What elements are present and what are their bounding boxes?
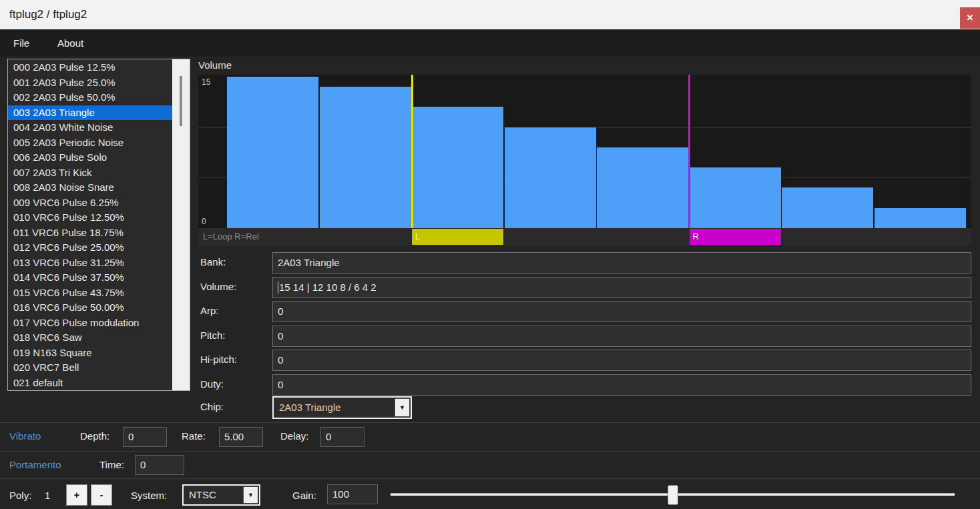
form-rows: Bank:2A03 TriangleVolume:15 14 | 12 10 8… <box>200 252 971 399</box>
vibrato-rate-input[interactable]: 5.00 <box>219 427 263 447</box>
poly-label: Poly: <box>9 490 31 501</box>
vibrato-depth-label: Depth: <box>80 430 109 442</box>
chip-dropdown[interactable]: 2A03 Triangle ▼ <box>272 396 412 419</box>
field-input[interactable]: 0 <box>272 350 971 371</box>
form-row: Arp:0 <box>200 301 971 322</box>
chevron-down-icon: ▼ <box>399 404 405 411</box>
list-item[interactable]: 000 2A03 Pulse 12.5% <box>8 60 172 75</box>
system-label: System: <box>131 490 167 501</box>
system-dropdown-value: NTSC <box>189 486 216 504</box>
list-item[interactable]: 007 2A03 Tri Kick <box>8 165 172 181</box>
release-marker[interactable]: R <box>690 229 781 245</box>
field-label: Hi-pitch: <box>200 354 237 365</box>
volume-bar[interactable] <box>412 107 503 228</box>
instrument-list-items: 000 2A03 Pulse 12.5%001 2A03 Pulse 25.0%… <box>8 60 172 390</box>
field-label: Pitch: <box>200 330 226 341</box>
form-row: Duty:0 <box>200 374 971 396</box>
list-item[interactable]: 014 VRC6 Pulse 37.50% <box>8 270 172 286</box>
gain-label: Gain: <box>292 490 316 501</box>
list-item[interactable]: 004 2A03 White Noise <box>8 120 172 135</box>
list-item[interactable]: 012 VRC6 Pulse 25.00% <box>8 240 172 256</box>
volume-bar[interactable] <box>782 187 873 228</box>
text-caret <box>278 282 278 294</box>
form-row: Volume:15 14 | 12 10 8 / 6 4 2 <box>200 277 971 298</box>
field-input[interactable]: 15 14 | 12 10 8 / 6 4 2 <box>272 277 971 298</box>
system-dropdown-button[interactable]: ▼ <box>243 486 258 504</box>
portamento-time-input[interactable]: 0 <box>135 455 184 475</box>
list-item[interactable]: 016 VRC6 Pulse 50.00% <box>8 300 172 316</box>
field-label: Bank: <box>200 256 226 268</box>
loop-marker[interactable]: L <box>412 229 503 245</box>
list-item[interactable]: 017 VRC6 Pulse modulation <box>8 316 172 331</box>
separator <box>0 478 980 479</box>
list-item[interactable]: 013 VRC6 Pulse 31.25% <box>8 256 172 271</box>
chip-label: Chip: <box>200 401 224 412</box>
field-label: Volume: <box>200 281 236 292</box>
loop-marker-line[interactable] <box>411 75 413 228</box>
volume-bar[interactable] <box>597 147 688 228</box>
volume-bar[interactable] <box>690 167 781 228</box>
list-item[interactable]: 010 VRC6 Pulse 12.50% <box>8 210 172 225</box>
gain-input[interactable]: 100 <box>327 484 378 504</box>
list-item[interactable]: 019 N163 Square <box>8 346 172 361</box>
separator <box>0 451 980 452</box>
list-item[interactable]: 021 default <box>8 376 172 391</box>
field-input[interactable]: 2A03 Triangle <box>272 252 971 274</box>
volume-bar[interactable] <box>505 127 596 228</box>
field-input[interactable]: 0 <box>272 326 971 347</box>
list-item[interactable]: 005 2A03 Periodic Noise <box>8 135 172 151</box>
list-item[interactable]: 009 VRC6 Pulse 6.25% <box>8 195 172 211</box>
poly-value: 1 <box>45 490 50 501</box>
field-input[interactable]: 0 <box>272 374 971 396</box>
vibrato-depth-input[interactable]: 0 <box>123 427 167 447</box>
vibrato-section-label: Vibrato <box>9 430 41 442</box>
form-row: Hi-pitch:0 <box>200 350 971 371</box>
form-row: Pitch:0 <box>200 326 971 347</box>
volume-bar[interactable] <box>875 208 966 228</box>
vibrato-delay-label: Delay: <box>280 430 309 442</box>
instrument-listbox: 000 2A03 Pulse 12.5%001 2A03 Pulse 25.0%… <box>7 59 190 391</box>
chart-legend: L=Loop R=Rel <box>203 228 259 245</box>
list-item[interactable]: 008 2A03 Noise Snare <box>8 180 172 195</box>
portamento-time-label: Time: <box>99 459 124 470</box>
close-icon: ✕ <box>967 13 974 23</box>
close-button[interactable]: ✕ <box>960 7 980 29</box>
menu-bar: File About <box>0 29 980 57</box>
vibrato-rate-label: Rate: <box>182 430 206 442</box>
list-item[interactable]: 006 2A03 Pulse Solo <box>8 150 172 165</box>
chevron-down-icon: ▼ <box>248 492 254 498</box>
y-axis-min-label: 0 <box>202 217 206 226</box>
menu-file[interactable]: File <box>13 29 29 57</box>
poly-increment-button[interactable]: + <box>66 484 87 506</box>
volume-bar[interactable] <box>320 87 411 228</box>
system-dropdown[interactable]: NTSC ▼ <box>182 484 260 506</box>
field-label: Arp: <box>200 305 219 316</box>
chart-footer: L=Loop R=Rel L R <box>198 228 971 245</box>
field-input[interactable]: 0 <box>272 301 971 322</box>
menu-about[interactable]: About <box>57 29 83 57</box>
volume-plot[interactable]: 15 0 <box>198 75 971 228</box>
list-scrollbar[interactable] <box>172 59 190 390</box>
list-item[interactable]: 020 VRC7 Bell <box>8 360 172 376</box>
portamento-section-label: Portamento <box>9 459 61 470</box>
field-label: Duty: <box>200 378 224 390</box>
gain-slider-thumb[interactable] <box>668 485 678 505</box>
list-item[interactable]: 015 VRC6 Pulse 43.75% <box>8 286 172 301</box>
list-item[interactable]: 003 2A03 Triangle <box>8 105 172 121</box>
list-item[interactable]: 018 VRC6 Saw <box>8 330 172 346</box>
list-item[interactable]: 002 2A03 Pulse 50.0% <box>8 90 172 105</box>
list-item[interactable]: 011 VRC6 Pulse 18.75% <box>8 225 172 241</box>
vibrato-delay-input[interactable]: 0 <box>320 427 364 447</box>
title-bar: ftplug2 / ftplug2 ✕ <box>0 0 980 29</box>
form-row: Bank:2A03 Triangle <box>200 252 971 274</box>
chip-dropdown-button[interactable]: ▼ <box>395 398 410 417</box>
list-scrollbar-thumb[interactable] <box>180 76 182 126</box>
window-title: ftplug2 / ftplug2 <box>9 0 87 29</box>
release-marker-line[interactable] <box>688 75 690 228</box>
chip-dropdown-value: 2A03 Triangle <box>279 398 341 418</box>
poly-decrement-button[interactable]: - <box>91 484 112 506</box>
list-item[interactable]: 001 2A03 Pulse 25.0% <box>8 75 172 91</box>
gain-slider[interactable] <box>391 493 955 496</box>
chart-title: Volume <box>198 59 232 71</box>
volume-bar[interactable] <box>227 77 318 228</box>
